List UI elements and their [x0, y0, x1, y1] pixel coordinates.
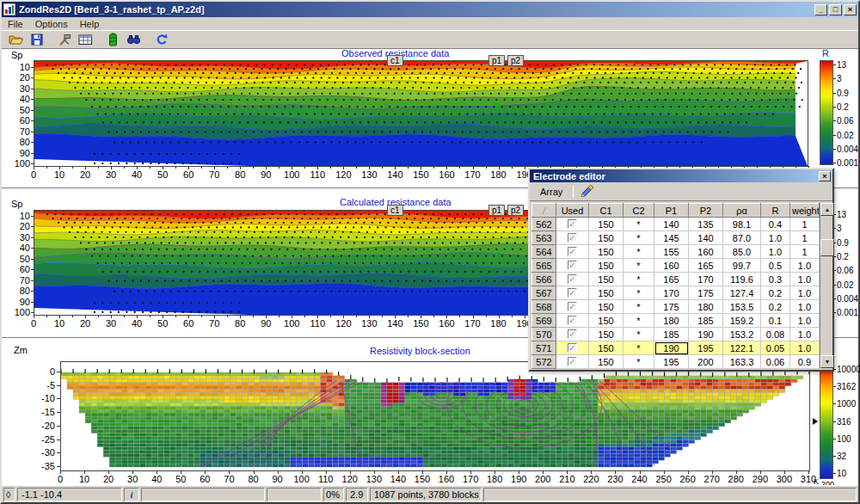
row-number-button[interactable]: 571 — [532, 341, 556, 355]
p1-cell[interactable]: 175 — [654, 300, 689, 314]
block-section-plot[interactable] — [60, 361, 810, 471]
used-checkbox[interactable]: ✓ — [568, 233, 577, 243]
c2-cell[interactable]: * — [624, 218, 654, 231]
c2-cell[interactable]: * — [624, 245, 654, 259]
row-number-button[interactable]: 565 — [532, 259, 556, 273]
selected-data-point[interactable] — [494, 103, 499, 108]
c1-cell[interactable]: 150 — [589, 286, 624, 300]
pa-cell[interactable]: 153.2 — [723, 328, 761, 341]
r-cell[interactable]: 0.2 — [761, 286, 790, 300]
pa-cell[interactable]: 119.6 — [723, 273, 761, 286]
w-cell[interactable]: 1 — [790, 245, 820, 259]
used-checkbox[interactable]: ✓ — [568, 219, 577, 229]
c1-cell[interactable]: 150 — [589, 245, 624, 259]
open-button[interactable] — [7, 32, 26, 48]
array-menu-button[interactable]: Array — [533, 185, 569, 199]
r-cell[interactable]: 0.2 — [761, 300, 790, 314]
used-checkbox[interactable]: ✓ — [568, 274, 577, 284]
c1-cell[interactable]: 150 — [589, 231, 624, 245]
c1-cell[interactable]: 150 — [589, 259, 624, 273]
row-number-button[interactable]: 570 — [532, 328, 556, 341]
c2-cell[interactable]: * — [624, 314, 654, 328]
w-cell[interactable]: 1.0 — [790, 273, 820, 286]
used-checkbox[interactable]: ✓ — [568, 343, 577, 353]
scroll-thumb[interactable] — [820, 239, 834, 256]
row-number-button[interactable]: 562 — [532, 218, 556, 231]
p2-cell[interactable]: 140 — [689, 231, 723, 245]
used-checkbox[interactable]: ✓ — [568, 247, 577, 256]
electrode-editor-close-button[interactable]: × — [819, 171, 831, 181]
c2-cell[interactable]: * — [624, 355, 654, 369]
pa-cell[interactable]: 127.4 — [723, 286, 761, 300]
settings-button[interactable] — [55, 32, 74, 48]
r-cell[interactable]: 0.05 — [761, 341, 790, 355]
w-cell[interactable]: 1.0 — [790, 314, 820, 328]
p2-cell[interactable]: 200 — [689, 355, 723, 369]
close-button[interactable]: × — [844, 4, 857, 15]
table-scrollbar[interactable]: ▲ ▼ — [820, 203, 831, 368]
r-cell[interactable]: 1.0 — [761, 231, 790, 245]
pa-cell[interactable]: 87.0 — [723, 231, 761, 245]
scroll-down-button[interactable]: ▼ — [820, 355, 834, 368]
p1-cell[interactable]: 140 — [654, 218, 689, 231]
search-button[interactable] — [124, 32, 143, 48]
row-number-button[interactable]: 563 — [532, 231, 556, 245]
save-button[interactable] — [28, 32, 46, 48]
c2-cell[interactable]: * — [624, 328, 654, 341]
pa-cell[interactable]: 122.1 — [723, 341, 761, 355]
r-cell[interactable]: 0.3 — [761, 273, 790, 286]
w-cell[interactable]: 1.0 — [790, 286, 820, 300]
p2-cell[interactable]: 190 — [689, 328, 723, 341]
w-cell[interactable]: 1.0 — [790, 328, 820, 341]
brush-tool-button[interactable] — [577, 184, 598, 200]
pa-cell[interactable]: 163.3 — [723, 355, 761, 369]
pa-cell[interactable]: 99.7 — [723, 259, 761, 273]
p2-cell[interactable]: 170 — [689, 273, 723, 286]
selected-data-point[interactable] — [494, 254, 499, 258]
row-number-button[interactable]: 569 — [532, 314, 556, 328]
p1-cell[interactable]: 170 — [654, 286, 689, 300]
w-cell[interactable]: 0.9 — [790, 355, 820, 369]
r-cell[interactable]: 0.5 — [761, 259, 790, 273]
menu-file[interactable]: File — [2, 18, 29, 30]
c2-cell[interactable]: * — [624, 259, 654, 273]
menu-options[interactable]: Options — [29, 18, 74, 30]
p1-cell[interactable]: 185 — [654, 328, 689, 341]
run-inversion-button[interactable] — [103, 32, 122, 48]
electrode-editor-titlebar[interactable]: Electrode editor × — [530, 169, 832, 182]
p1-cell[interactable]: 190 — [654, 341, 689, 355]
w-cell[interactable]: 1 — [790, 218, 820, 231]
restore-button[interactable]: □ — [829, 4, 842, 15]
used-checkbox[interactable]: ✓ — [568, 261, 577, 270]
menu-help[interactable]: Help — [74, 18, 106, 30]
scroll-up-button[interactable]: ▲ — [820, 203, 834, 216]
used-checkbox[interactable]: ✓ — [568, 302, 577, 311]
undo-button[interactable] — [151, 32, 170, 48]
w-cell[interactable]: 1 — [790, 231, 820, 245]
row-number-button[interactable]: 572 — [532, 355, 556, 369]
c1-cell[interactable]: 150 — [589, 273, 624, 286]
p2-cell[interactable]: 195 — [689, 341, 723, 355]
table-button[interactable] — [76, 32, 95, 48]
p1-cell[interactable]: 180 — [654, 314, 689, 328]
pa-cell[interactable]: 153.5 — [723, 300, 761, 314]
c1-cell[interactable]: 150 — [589, 355, 624, 369]
p2-cell[interactable]: 160 — [689, 245, 723, 259]
pa-cell[interactable]: 85.0 — [723, 245, 761, 259]
row-number-button[interactable]: 568 — [532, 300, 556, 314]
observed-pseudosection-plot[interactable] — [34, 60, 808, 167]
p2-cell[interactable]: 135 — [689, 218, 723, 231]
p2-cell[interactable]: 180 — [689, 300, 723, 314]
c2-cell[interactable]: * — [624, 273, 654, 286]
r-cell[interactable]: 0.4 — [761, 218, 790, 231]
w-cell[interactable]: 1.0 — [790, 300, 820, 314]
p1-cell[interactable]: 145 — [654, 231, 689, 245]
c2-cell[interactable]: * — [624, 300, 654, 314]
r-cell[interactable]: 0.1 — [761, 314, 790, 328]
c1-cell[interactable]: 150 — [589, 218, 624, 231]
c2-cell[interactable]: * — [624, 341, 654, 355]
used-checkbox[interactable]: ✓ — [568, 288, 577, 298]
p1-cell[interactable]: 160 — [654, 259, 689, 273]
pa-cell[interactable]: 98.1 — [723, 218, 761, 231]
used-checkbox[interactable]: ✓ — [568, 329, 577, 339]
